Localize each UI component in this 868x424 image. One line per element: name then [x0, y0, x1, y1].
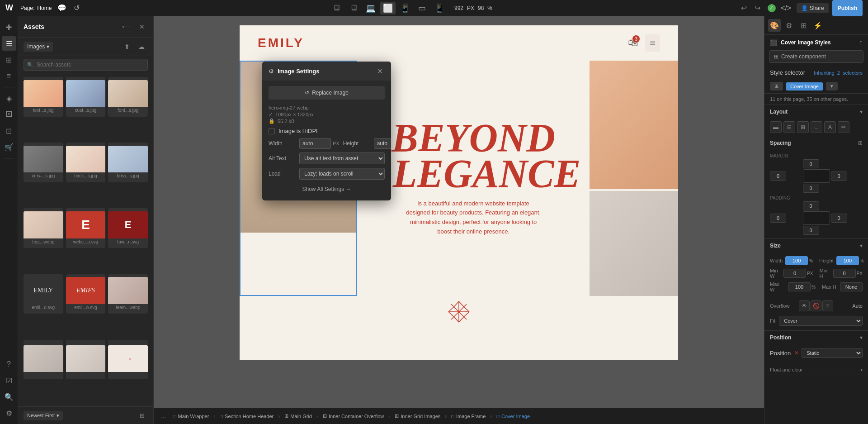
interactions-panel-button[interactable]: ⚡ — [811, 19, 824, 32]
height-input[interactable] — [374, 138, 391, 149]
collapse-panel-button[interactable]: ⟵ — [121, 21, 132, 33]
layout-section-header[interactable]: Layout ▾ — [764, 105, 868, 119]
list-item[interactable]: brea...s.jpg — [108, 143, 148, 182]
style-chip-icon-btn[interactable]: ⊞ — [770, 82, 783, 91]
list-item[interactable]: back...s.jpg — [66, 143, 106, 182]
upload-from-url-button[interactable]: ☁ — [135, 40, 148, 53]
cms-button[interactable]: ⊡ — [2, 124, 16, 138]
style-panel-button[interactable]: 🎨 — [768, 19, 781, 32]
share-button[interactable]: 👤 Share — [797, 3, 829, 13]
list-item[interactable]: cust...s.jpg — [66, 77, 106, 117]
close-panel-button[interactable]: ✕ — [136, 21, 148, 33]
settings-panel-button[interactable]: ⚙ — [783, 19, 795, 32]
undo-button[interactable]: ↩ — [738, 2, 750, 14]
overflow-scroll-btn[interactable]: ≡ — [822, 300, 833, 311]
history-button[interactable]: ↺ — [70, 1, 83, 15]
navigator-button[interactable]: ⊞ — [2, 52, 16, 67]
pages-button[interactable]: ☰ — [2, 36, 16, 51]
display-grid-btn[interactable]: ⊞ — [797, 121, 809, 133]
max-w-input[interactable] — [788, 282, 811, 291]
publish-button[interactable]: Publish — [832, 0, 863, 16]
display-block-btn[interactable]: ▬ — [770, 121, 782, 133]
display-text-btn[interactable]: A — [824, 121, 836, 133]
padding-right-input[interactable] — [831, 214, 847, 223]
device-mobile-landscape[interactable]: ▭ — [415, 2, 430, 14]
hamburger-menu[interactable]: ≡ — [645, 34, 660, 52]
padding-top-input[interactable] — [803, 201, 819, 210]
width-size-input[interactable] — [785, 256, 808, 265]
asset-type-filter[interactable]: Images ▾ — [24, 42, 53, 52]
margin-left-input[interactable] — [770, 172, 786, 181]
height-size-input[interactable] — [836, 256, 859, 265]
list-item[interactable]: EMIES emil...o.svg — [66, 274, 106, 314]
panel-close-button[interactable]: ↑ — [859, 38, 863, 47]
list-item[interactable]: text...s.jpg — [24, 77, 63, 117]
ecommerce-button[interactable]: 🛒 — [2, 140, 16, 154]
list-item[interactable] — [66, 340, 106, 380]
assets-button[interactable]: 🖼 — [2, 107, 16, 122]
list-item[interactable]: team...webp — [108, 274, 148, 314]
padding-bottom-input[interactable] — [803, 226, 819, 235]
hidpi-checkbox[interactable] — [269, 128, 275, 134]
show-all-settings-button[interactable]: Show All Settings → — [269, 183, 385, 195]
comments-button[interactable]: 💬 — [55, 1, 69, 15]
device-laptop[interactable]: 💻 — [363, 2, 378, 14]
device-mobile[interactable]: 📱 — [432, 2, 447, 14]
accessibility-button[interactable]: ☑ — [2, 373, 16, 388]
list-item[interactable]: EMILY emil...o.svg — [24, 274, 63, 314]
breadcrumb-main-grid[interactable]: ⊞ Main Grid — [281, 411, 316, 421]
add-element-button[interactable]: ✚ — [2, 20, 16, 34]
margin-right-input[interactable] — [831, 172, 847, 181]
device-tablet-landscape[interactable]: ⬜ — [380, 2, 396, 14]
breadcrumb-inner-grid-images[interactable]: ⊞ Inner Grid Images — [391, 411, 444, 421]
breadcrumb-cover-image[interactable]: □ Cover Image — [493, 412, 533, 421]
sort-button[interactable]: Newest First ▾ — [24, 411, 63, 420]
search-input[interactable] — [24, 59, 148, 71]
create-component-button[interactable]: ⊞ Create component — [769, 50, 863, 63]
search-button[interactable]: 🔍 — [2, 390, 16, 404]
device-desktop-large[interactable]: 🖥 — [329, 2, 344, 14]
min-w-input[interactable] — [783, 269, 806, 278]
list-item[interactable]: cms-...s.jpg — [24, 143, 63, 182]
style-chip-cover-image[interactable]: Cover Image — [786, 82, 823, 91]
max-h-input[interactable] — [840, 282, 863, 291]
width-input[interactable] — [299, 138, 331, 149]
margin-bottom-input[interactable] — [803, 184, 819, 193]
position-select[interactable]: Static — [802, 348, 863, 358]
breadcrumb-main-wrapper[interactable]: □ Main Wrapper — [170, 412, 213, 421]
float-clear-row[interactable]: Float and clear › — [764, 364, 868, 375]
display-flex-btn[interactable]: ⊟ — [783, 121, 795, 133]
overflow-visible-btn[interactable]: 👁 — [799, 300, 810, 311]
modal-close-button[interactable]: ✕ — [375, 66, 385, 76]
grid-view-button[interactable]: ⊞ — [136, 410, 148, 421]
list-item[interactable]: E favi...n.svg — [108, 208, 148, 248]
list-item[interactable]: → — [108, 340, 148, 380]
list-item[interactable]: E webc...p.svg — [66, 208, 106, 248]
margin-top-input[interactable] — [803, 159, 819, 168]
alt-text-select[interactable]: Use alt text from asset — [299, 152, 385, 164]
layers-button[interactable]: ≡ — [2, 69, 16, 83]
spacing-section-header[interactable]: Spacing ⊞ — [764, 136, 868, 150]
layout-panel-button[interactable]: ⊞ — [797, 19, 810, 32]
device-desktop[interactable]: 🖥 — [346, 2, 361, 14]
upload-from-computer-button[interactable]: ⬆ — [121, 40, 133, 53]
load-select[interactable]: Lazy: loads on scroll — [299, 168, 385, 180]
list-item[interactable]: font...s.jpg — [108, 77, 148, 117]
style-chip-dropdown[interactable]: ▾ — [826, 82, 838, 91]
breadcrumb-section-home-header[interactable]: □ Section Home Header — [216, 412, 277, 421]
components-button[interactable]: ◈ — [2, 91, 16, 105]
overflow-hidden-btn[interactable]: 🚫 — [811, 300, 821, 311]
help-button[interactable]: ? — [2, 357, 16, 372]
size-section-header[interactable]: Size ▾ — [764, 239, 868, 252]
list-item[interactable] — [24, 340, 63, 380]
display-inline-btn[interactable]: □ — [811, 121, 822, 133]
breadcrumb-more[interactable]: ... — [158, 411, 169, 421]
display-edit-btn[interactable]: ✏ — [838, 121, 849, 133]
settings-button[interactable]: ⚙ — [2, 406, 16, 420]
redo-button[interactable]: ↪ — [751, 2, 764, 14]
list-item[interactable]: feat...webp — [24, 208, 63, 248]
breadcrumb-image-frame[interactable]: □ Image Frame — [448, 412, 489, 421]
padding-left-input[interactable] — [770, 214, 786, 223]
replace-image-button[interactable]: ↺ Replace Image — [269, 86, 385, 100]
device-tablet[interactable]: 📱 — [397, 2, 413, 14]
